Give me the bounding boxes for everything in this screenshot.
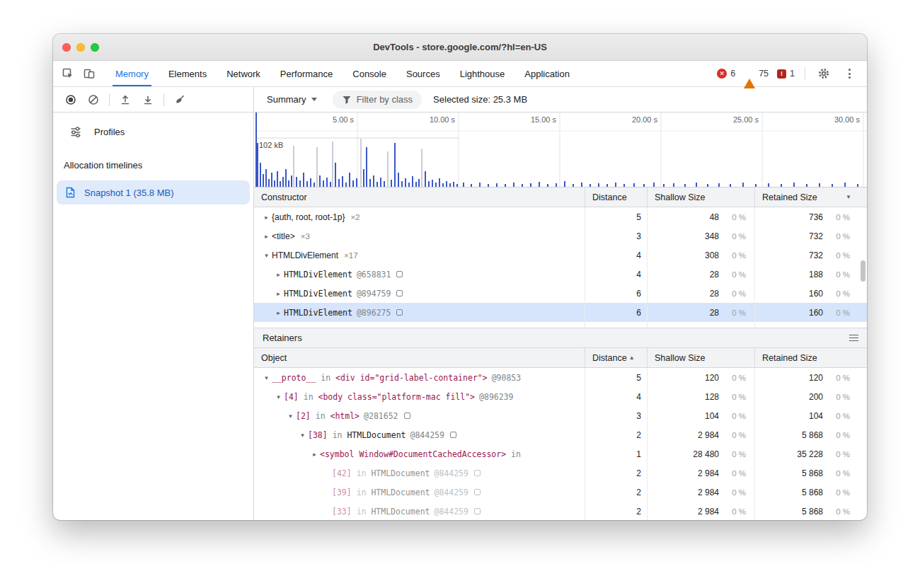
retainer-row[interactable]: [42] in HTMLDocument@84425922 9840 %5 86… [254, 463, 867, 483]
constructor-grid: Constructor Distance Shallow Size Retain… [254, 188, 867, 328]
label-part-target: <html> [330, 411, 360, 421]
collect-garbage-button[interactable] [169, 90, 190, 110]
sort-asc-icon: ▲ [629, 354, 635, 361]
label-part-addr: @658831 [357, 270, 391, 279]
constructor-row[interactable]: ▸HTMLDivElement@6588314280 %1880 % [254, 265, 867, 284]
reveal-in-elements-icon[interactable] [396, 271, 403, 277]
tune-icon[interactable] [70, 126, 81, 137]
record-heap-button[interactable] [60, 90, 81, 110]
constructor-row[interactable]: ▸{auth, root, root-1p}×25480 %7360 % [254, 207, 867, 226]
download-icon [142, 94, 154, 105]
expander-icon[interactable]: ▾ [297, 432, 308, 439]
row-label: HTMLDivElement×17 [272, 250, 358, 260]
tab-sources[interactable]: Sources [396, 61, 450, 86]
chevron-down-icon [311, 98, 317, 101]
retainer-row[interactable]: ▾[4] in <body class="platform-mac fill">… [254, 387, 867, 406]
console-warnings-badge[interactable]: ! 75 [742, 67, 771, 80]
expander-icon[interactable]: ▸ [261, 233, 272, 240]
constructor-row[interactable]: ▸HTMLDivElement@8962756280 %1600 % [254, 303, 867, 322]
title-bar[interactable]: DevTools - store.google.com/?hl=en-US [53, 34, 867, 61]
label-part-addr: @90853 [492, 373, 522, 383]
scrollbar-thumb[interactable] [861, 260, 866, 282]
clear-profiles-button[interactable] [83, 90, 104, 110]
column-header-distance[interactable]: Distance ▲ [585, 348, 647, 367]
device-toolbar-button[interactable] [79, 64, 100, 83]
issues-badge[interactable]: ! 1 [775, 67, 797, 80]
expander-icon[interactable]: ▾ [261, 374, 272, 381]
distance-cell: 4 [585, 387, 647, 406]
label-part-name: <title> [272, 231, 295, 241]
more-options-button[interactable] [839, 64, 860, 83]
view-controls: Summary Filter by class Selected size: 2… [254, 87, 867, 112]
reveal-in-elements-icon[interactable] [474, 508, 481, 514]
distance-cell: 5 [585, 207, 647, 226]
constructor-row[interactable]: ▸<title>×333480 %7320 % [254, 226, 867, 246]
constructor-row[interactable]: ▸HTMLDivElement [254, 322, 867, 328]
column-header-retained-size[interactable]: Retained Size [754, 348, 867, 367]
row-label: [33] in HTMLDocument@844259 [332, 507, 468, 517]
inspect-element-button[interactable] [57, 64, 79, 83]
zoom-window-button[interactable] [91, 43, 99, 52]
menu-icon[interactable] [849, 335, 858, 342]
column-header-constructor[interactable]: Constructor [254, 188, 585, 207]
error-count: 6 [730, 69, 735, 79]
retainers-grid-header: Object Distance ▲ Shallow Size Retained … [254, 348, 867, 368]
size-percent: 0 % [719, 232, 746, 241]
distance-cell: 2 [585, 463, 647, 483]
expander-icon[interactable]: ▸ [273, 309, 284, 316]
tab-application[interactable]: Application [514, 61, 580, 86]
retainer-row[interactable]: [39] in HTMLDocument@84425922 9840 %5 86… [254, 483, 867, 502]
reveal-in-elements-icon[interactable] [396, 290, 403, 296]
retainer-row[interactable]: ▸<symbol Window#DocumentCachedAccessor> … [254, 444, 867, 463]
settings-button[interactable] [813, 64, 834, 83]
console-errors-badge[interactable]: ✕ 6 [715, 67, 737, 80]
expander-icon[interactable]: ▸ [273, 271, 284, 278]
timeline-chart[interactable]: 5.00 s10.00 s15.00 s20.00 s25.00 s30.00 … [254, 113, 867, 187]
tab-performance[interactable]: Performance [270, 61, 343, 86]
reveal-in-elements-icon[interactable] [474, 470, 481, 476]
tab-network[interactable]: Network [217, 61, 270, 86]
reveal-in-elements-icon[interactable] [450, 432, 456, 438]
constructor-row[interactable]: ▸HTMLDivElement@8947596280 %1600 % [254, 284, 867, 303]
tab-elements[interactable]: Elements [159, 61, 217, 86]
close-window-button[interactable] [62, 43, 71, 52]
label-part-edge: <symbol Window#DocumentCachedAccessor> [320, 449, 506, 459]
minimize-window-button[interactable] [76, 43, 85, 52]
column-header-object[interactable]: Object [254, 348, 585, 367]
column-header-retained-size[interactable]: Retained Size ▼ [754, 188, 867, 207]
size-value: 5 868 [761, 430, 823, 440]
column-header-shallow-size[interactable]: Shallow Size [647, 188, 754, 207]
expander-icon[interactable]: ▾ [273, 393, 284, 400]
allocation-timeline-overview[interactable]: 5.00 s10.00 s15.00 s20.00 s25.00 s30.00 … [254, 113, 867, 188]
reveal-in-elements-icon[interactable] [396, 309, 403, 316]
expander-icon[interactable]: ▸ [273, 290, 284, 297]
save-profile-button[interactable] [137, 90, 159, 110]
reveal-in-elements-icon[interactable] [404, 413, 410, 419]
column-header-shallow-size[interactable]: Shallow Size [647, 348, 754, 367]
shallow-size-cell: 2 9840 % [647, 502, 754, 520]
tab-console[interactable]: Console [343, 61, 396, 86]
retainer-row[interactable]: [33] in HTMLDocument@84425922 9840 %5 86… [254, 502, 867, 520]
retainer-row[interactable]: ▾__proto__ in <div id="grid-label-contai… [254, 368, 867, 387]
label-part-in: in [311, 411, 330, 421]
tab-lighthouse[interactable]: Lighthouse [450, 61, 515, 86]
retainer-row[interactable]: ▾[38] in HTMLDocument@84425922 9840 %5 8… [254, 425, 867, 444]
size-percent: 0 % [823, 412, 850, 420]
expander-icon[interactable]: ▾ [285, 413, 296, 420]
size-percent: 0 % [823, 488, 850, 497]
column-header-distance[interactable]: Distance [585, 188, 647, 207]
class-filter-input[interactable]: Filter by class [333, 91, 422, 109]
retainer-row[interactable]: ▾[2] in <html>@28165231040 %1040 % [254, 406, 867, 425]
perspective-select[interactable]: Summary [263, 91, 321, 108]
label-part-in: in [352, 468, 372, 478]
tab-memory[interactable]: Memory [105, 61, 159, 86]
sidebar-item-snapshot-1[interactable]: Snapshot 1 (35.8 MB) [57, 180, 250, 204]
expander-icon[interactable]: ▾ [261, 252, 272, 259]
constructor-row[interactable]: ▾HTMLDivElement×1743080 %7320 % [254, 246, 867, 265]
reveal-in-elements-icon[interactable] [474, 489, 481, 495]
load-profile-button[interactable] [115, 90, 136, 110]
expander-icon[interactable]: ▸ [309, 451, 320, 458]
expander-icon[interactable]: ▸ [261, 214, 272, 221]
size-percent: 0 % [823, 213, 850, 221]
size-percent: 0 % [719, 393, 746, 401]
